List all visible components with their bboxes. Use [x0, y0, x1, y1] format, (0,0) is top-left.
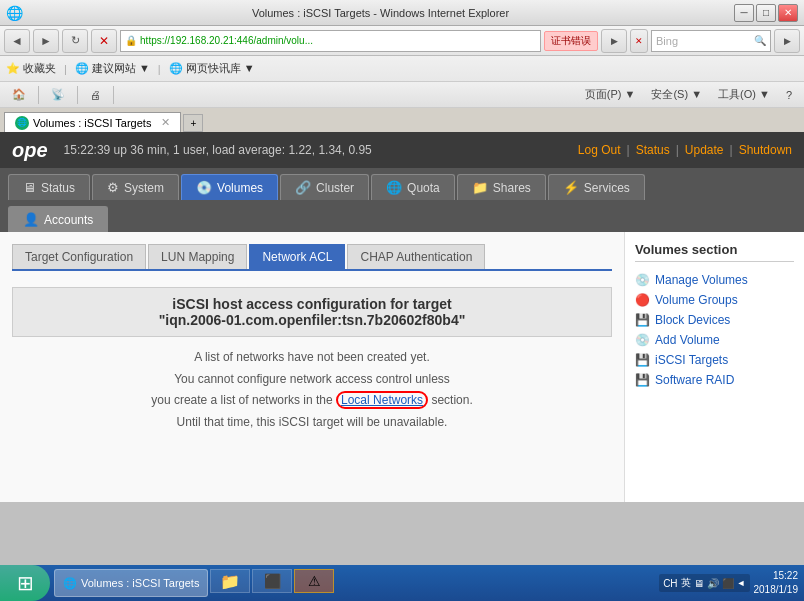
toolbar-sep-3 — [113, 86, 114, 104]
search-go-button[interactable]: ▶ — [774, 29, 800, 53]
tab-status[interactable]: 🖥 Status — [8, 174, 90, 200]
cluster-tab-icon: 🔗 — [295, 180, 311, 195]
volumes-sidebar: Volumes section 💿 Manage Volumes 🔴 Volum… — [624, 232, 804, 502]
tab-close-button[interactable]: ✕ — [161, 116, 170, 129]
iscsi-title: iSCSI host access configuration for targ… — [12, 287, 612, 337]
block-devices-icon: 💾 — [635, 313, 650, 327]
header-links: Log Out | Status | Update | Shutdown — [578, 143, 792, 157]
separator-1: | — [64, 63, 67, 75]
navigation-tabs: 🖥 Status ⚙ System 💿 Volumes 🔗 Cluster 🌐 … — [0, 168, 804, 232]
taskbar-warning[interactable]: ⚠ — [294, 569, 334, 593]
tab-accounts[interactable]: 👤 Accounts — [8, 206, 108, 232]
tab-cluster[interactable]: 🔗 Cluster — [280, 174, 369, 200]
main-content: Target Configuration LUN Mapping Network… — [0, 232, 624, 502]
tab-volumes[interactable]: 💿 Volumes — [181, 174, 278, 200]
window-title: Volumes : iSCSI Targets - Windows Intern… — [27, 7, 734, 19]
status-link[interactable]: Status — [636, 143, 670, 157]
page-home-button[interactable]: 🏠 — [8, 86, 30, 103]
help-button[interactable]: ? — [782, 87, 796, 103]
title-bar: 🌐 Volumes : iSCSI Targets - Windows Inte… — [0, 0, 804, 26]
sidebar-volume-groups[interactable]: 🔴 Volume Groups — [635, 290, 794, 310]
cert-error-button[interactable]: 证书错误 — [544, 31, 598, 51]
volumes-tab-icon: 💿 — [196, 180, 212, 195]
system-tab-icon: ⚙ — [107, 180, 119, 195]
separator-2: | — [158, 63, 161, 75]
services-tab-icon: ⚡ — [563, 180, 579, 195]
update-link[interactable]: Update — [685, 143, 724, 157]
taskbar-items: 🌐 Volumes : iSCSI Targets 📁 ⬛ ⚠ — [50, 569, 653, 597]
clock-time: 15:22 — [754, 569, 799, 583]
security-menu-button[interactable]: 安全(S) ▼ — [647, 85, 706, 104]
tab-shares[interactable]: 📁 Shares — [457, 174, 546, 200]
refresh-button[interactable]: ↻ — [62, 29, 88, 53]
windows-taskbar: ⊞ 🌐 Volumes : iSCSI Targets 📁 ⬛ ⚠ CH 英 🖥… — [0, 565, 804, 601]
suggested-sites[interactable]: 🌐 建议网站 ▼ — [75, 61, 150, 76]
ie-page-toolbar: 🏠 📡 🖨 页面(P) ▼ 安全(S) ▼ 工具(O) ▼ ? — [0, 82, 804, 108]
web-feed[interactable]: 🌐 网页快讯库 ▼ — [169, 61, 255, 76]
clock-date: 2018/1/19 — [754, 583, 799, 597]
search-input[interactable]: Bing 🔍 — [651, 30, 771, 52]
shutdown-link[interactable]: Shutdown — [739, 143, 792, 157]
taskbar-clock[interactable]: 15:22 2018/1/19 — [754, 569, 799, 597]
shares-tab-icon: 📁 — [472, 180, 488, 195]
tools-menu-button[interactable]: 工具(O) ▼ — [714, 85, 774, 104]
content-tabs: Target Configuration LUN Mapping Network… — [12, 244, 612, 271]
favorites-bar: ⭐ 收藏夹 | 🌐 建议网站 ▼ | 🌐 网页快讯库 ▼ — [0, 56, 804, 82]
address-bar[interactable]: 🔒 https://192.168.20.21:446/admin/volu..… — [120, 30, 541, 52]
close-tab-button[interactable]: ✕ — [630, 29, 648, 53]
page-menu-button[interactable]: 页面(P) ▼ — [581, 85, 640, 104]
start-button[interactable]: ⊞ — [0, 565, 50, 601]
manage-volumes-icon: 💿 — [635, 273, 650, 287]
stop-button[interactable]: ✕ — [91, 29, 117, 53]
ie-taskbar-icon: 🌐 — [63, 577, 77, 590]
tab-services[interactable]: ⚡ Services — [548, 174, 645, 200]
sidebar-iscsi-targets[interactable]: 💾 iSCSI Targets — [635, 350, 794, 370]
sidebar-software-raid[interactable]: 💾 Software RAID — [635, 370, 794, 390]
page-content-area: ope 15:22:39 up 36 min, 1 user, load ave… — [0, 132, 804, 502]
tray-lang: 英 — [681, 576, 691, 590]
close-button[interactable]: ✕ — [778, 4, 798, 22]
print-button[interactable]: 🖨 — [86, 87, 105, 103]
browser-toolbar: ◄ ► ↻ ✕ 🔒 https://192.168.20.21:446/admi… — [0, 26, 804, 56]
app-logo: ope — [12, 139, 48, 162]
tab-lun-mapping[interactable]: LUN Mapping — [148, 244, 247, 269]
tray-volume-icon: 🔊 — [707, 578, 719, 589]
taskbar-right: CH 英 🖥 🔊 ⬛ ◄ 15:22 2018/1/19 — [653, 569, 804, 597]
system-tray: CH 英 🖥 🔊 ⬛ ◄ — [659, 574, 749, 592]
sidebar-block-devices[interactable]: 💾 Block Devices — [635, 310, 794, 330]
tray-ch: CH — [663, 578, 677, 589]
taskbar-explorer[interactable]: 📁 — [210, 569, 250, 593]
favorites-button[interactable]: ⭐ 收藏夹 — [6, 61, 56, 76]
browser-tab-bar: 🌐 Volumes : iSCSI Targets ✕ + — [0, 108, 804, 132]
maximize-button[interactable]: □ — [756, 4, 776, 22]
tray-chevron[interactable]: ◄ — [737, 578, 746, 588]
taskbar-terminal[interactable]: ⬛ — [252, 569, 292, 593]
sidebar-add-volume[interactable]: 💿 Add Volume — [635, 330, 794, 350]
tab-chap-authentication[interactable]: CHAP Authentication — [347, 244, 485, 269]
tab-system[interactable]: ⚙ System — [92, 174, 179, 200]
main-area: Target Configuration LUN Mapping Network… — [0, 232, 804, 502]
local-networks-link[interactable]: Local Networks — [336, 391, 428, 409]
rss-button[interactable]: 📡 — [47, 86, 69, 103]
sidebar-manage-volumes[interactable]: 💿 Manage Volumes — [635, 270, 794, 290]
status-tab-icon: 🖥 — [23, 180, 36, 195]
accounts-tab-icon: 👤 — [23, 212, 39, 227]
software-raid-icon: 💾 — [635, 373, 650, 387]
app-status-text: 15:22:39 up 36 min, 1 user, load average… — [64, 143, 578, 157]
tray-network-icon: 🖥 — [694, 578, 704, 589]
tab-favicon: 🌐 — [15, 116, 29, 130]
taskbar-ie-window[interactable]: 🌐 Volumes : iSCSI Targets — [54, 569, 208, 597]
sidebar-title: Volumes section — [635, 242, 794, 262]
address-go-button[interactable]: ▶ — [601, 29, 627, 53]
tab-network-acl[interactable]: Network ACL — [249, 244, 345, 269]
toolbar-sep-2 — [77, 86, 78, 104]
new-tab-button[interactable]: + — [183, 114, 203, 132]
browser-tab-volumes[interactable]: 🌐 Volumes : iSCSI Targets ✕ — [4, 112, 181, 132]
back-button[interactable]: ◄ — [4, 29, 30, 53]
tab-target-configuration[interactable]: Target Configuration — [12, 244, 146, 269]
iscsi-message: A list of networks have not been created… — [32, 347, 592, 433]
minimize-button[interactable]: ─ — [734, 4, 754, 22]
forward-button[interactable]: ► — [33, 29, 59, 53]
tab-quota[interactable]: 🌐 Quota — [371, 174, 455, 200]
log-out-link[interactable]: Log Out — [578, 143, 621, 157]
